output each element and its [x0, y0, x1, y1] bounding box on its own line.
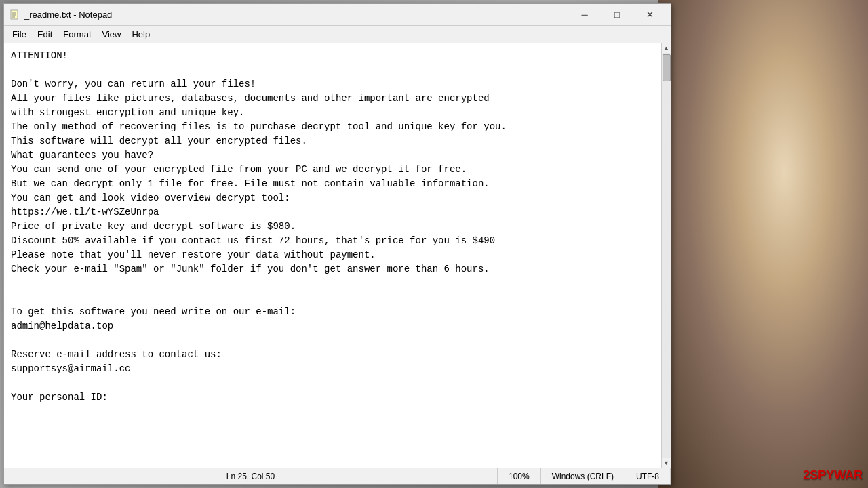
status-position: Ln 25, Col 50: [4, 468, 498, 484]
content-area: ATTENTION! Don't worry, you can return a…: [4, 43, 671, 468]
menu-file[interactable]: File: [7, 28, 32, 41]
status-line-ending: Windows (CRLF): [541, 468, 625, 484]
background-overlay: [658, 0, 868, 488]
status-bar: Ln 25, Col 50 100% Windows (CRLF) UTF-8: [4, 468, 671, 484]
scroll-track[interactable]: [662, 53, 671, 458]
scrollbar[interactable]: ▲ ▼: [661, 43, 671, 468]
text-editor[interactable]: ATTENTION! Don't worry, you can return a…: [4, 43, 661, 468]
title-bar-controls: ─ □ ✕: [569, 5, 665, 24]
menu-view[interactable]: View: [97, 28, 127, 41]
menu-bar: File Edit Format View Help: [4, 26, 671, 43]
background-right: [658, 0, 868, 488]
menu-help[interactable]: Help: [126, 28, 155, 41]
scroll-down-arrow[interactable]: ▼: [662, 458, 671, 468]
status-encoding: UTF-8: [625, 468, 671, 484]
minimize-button[interactable]: ─: [569, 5, 600, 24]
status-zoom: 100%: [498, 468, 541, 484]
scroll-up-arrow[interactable]: ▲: [662, 43, 671, 53]
menu-format[interactable]: Format: [58, 28, 96, 41]
title-bar: _readme.txt - Notepad ─ □ ✕: [4, 4, 671, 26]
scroll-thumb[interactable]: [663, 54, 671, 81]
notepad-icon: [9, 9, 20, 20]
menu-edit[interactable]: Edit: [32, 28, 58, 41]
window-title: _readme.txt - Notepad: [24, 9, 569, 20]
maximize-button[interactable]: □: [601, 5, 633, 24]
watermark: 2SPYWAR: [803, 468, 863, 483]
notepad-window: _readme.txt - Notepad ─ □ ✕ File Edit Fo…: [3, 3, 671, 485]
close-button[interactable]: ✕: [634, 5, 665, 24]
